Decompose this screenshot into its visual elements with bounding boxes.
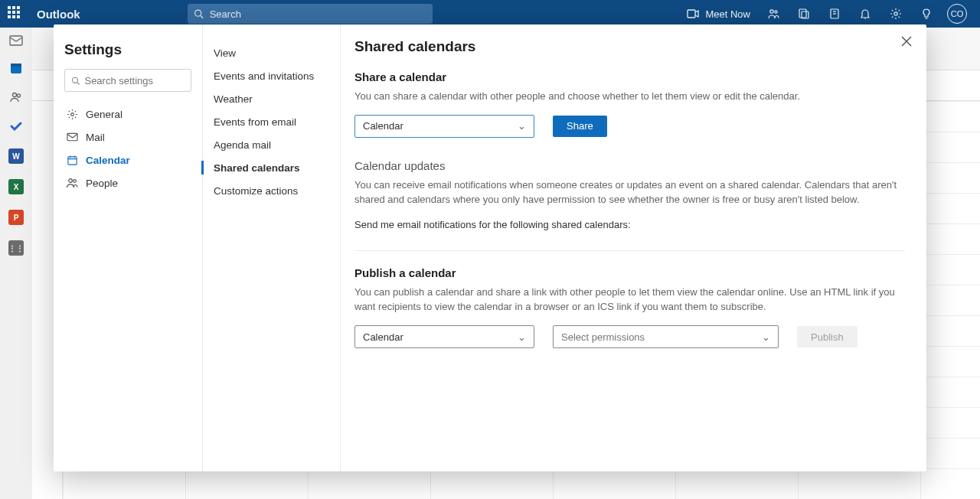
settings-categories: Settings General Mail Calendar People [54, 24, 203, 471]
notes-icon[interactable] [819, 0, 850, 28]
svg-rect-5 [799, 9, 806, 18]
svg-point-3 [770, 10, 773, 13]
page-title: Shared calendars [354, 38, 905, 55]
chevron-down-icon: ⌄ [518, 331, 526, 343]
mail-icon[interactable] [9, 35, 23, 46]
svg-point-11 [894, 12, 897, 15]
subsection-label: Weather [214, 93, 253, 105]
todo-rail-icon[interactable] [9, 119, 23, 133]
subsection-label: Shared calendars [214, 162, 300, 174]
subsection-label: Agenda mail [214, 139, 271, 151]
calendar-rail-icon[interactable] [9, 61, 23, 75]
teams-icon[interactable] [758, 0, 789, 28]
share-calendar-select[interactable]: Calendar ⌄ [354, 115, 534, 138]
updates-instruction: Send me email notifications for the foll… [354, 218, 905, 233]
publish-button[interactable]: Publish [797, 326, 858, 347]
svg-point-26 [69, 179, 73, 183]
bell-icon[interactable] [850, 0, 880, 28]
app-rail: W X P ⋮⋮ [0, 28, 32, 499]
meet-now-label: Meet Now [705, 8, 750, 20]
settings-gear-icon[interactable] [880, 0, 911, 28]
subsection-view[interactable]: View [212, 41, 331, 64]
updates-description: You can receive email notifications when… [354, 178, 905, 207]
chevron-down-icon: ⌄ [762, 331, 770, 343]
category-label: Calendar [86, 155, 130, 166]
category-people[interactable]: People [64, 171, 191, 194]
category-label: General [86, 109, 122, 120]
updates-heading: Calendar updates [354, 159, 905, 172]
svg-line-19 [77, 82, 80, 84]
video-icon [687, 9, 699, 18]
button-label: Share [567, 120, 593, 132]
category-general[interactable]: General [64, 103, 191, 126]
select-value: Calendar [363, 331, 403, 343]
category-label: Mail [86, 132, 105, 143]
subsection-shared-calendars[interactable]: Shared calendars [212, 156, 331, 179]
gear-icon [66, 108, 78, 120]
category-calendar[interactable]: Calendar [64, 148, 191, 171]
svg-rect-15 [11, 64, 21, 67]
people-rail-icon[interactable] [9, 90, 23, 104]
svg-point-20 [70, 113, 74, 116]
search-icon [194, 8, 204, 19]
files-icon[interactable] [789, 0, 819, 28]
section-divider [354, 250, 905, 251]
meet-now-button[interactable]: Meet Now [679, 8, 758, 20]
subsection-events-from-email[interactable]: Events from email [212, 110, 331, 133]
svg-rect-21 [67, 133, 77, 140]
global-search-input[interactable] [210, 8, 426, 20]
publish-heading: Publish a calendar [354, 266, 905, 279]
svg-point-0 [194, 10, 201, 16]
subsection-label: Events from email [214, 116, 296, 128]
subsection-label: Events and invitations [214, 70, 314, 82]
category-label: People [86, 178, 118, 189]
svg-rect-22 [67, 156, 76, 164]
lightbulb-icon[interactable] [911, 0, 942, 28]
subsection-customize-actions[interactable]: Customize actions [212, 179, 331, 202]
share-description: You can share a calendar with other peop… [354, 90, 905, 104]
avatar-initials: CO [951, 9, 964, 18]
svg-point-17 [18, 94, 21, 97]
close-icon [900, 35, 913, 47]
subsection-label: Customize actions [214, 185, 298, 197]
close-button[interactable] [900, 35, 913, 51]
app-brand: Outlook [37, 8, 80, 21]
button-label: Publish [811, 331, 844, 343]
envelope-icon [66, 131, 78, 143]
excel-icon[interactable]: X [8, 179, 24, 194]
publish-permissions-select[interactable]: Select permissions ⌄ [553, 325, 779, 348]
publish-calendar-select[interactable]: Calendar ⌄ [354, 325, 534, 348]
chevron-down-icon: ⌄ [518, 120, 526, 132]
app-header: Outlook Meet Now CO [0, 0, 980, 28]
word-icon[interactable]: W [8, 148, 24, 164]
publish-description: You can publish a calendar and share a l… [354, 285, 905, 315]
subsection-weather[interactable]: Weather [212, 87, 331, 110]
svg-line-1 [201, 15, 203, 18]
settings-modal: Settings General Mail Calendar People Vi… [54, 24, 926, 471]
svg-point-27 [74, 180, 77, 183]
share-button[interactable]: Share [553, 116, 607, 137]
share-heading: Share a calendar [354, 70, 905, 83]
app-launcher-icon[interactable] [8, 6, 23, 21]
global-search[interactable] [188, 4, 433, 24]
select-placeholder: Select permissions [561, 331, 645, 343]
category-mail[interactable]: Mail [64, 126, 191, 148]
settings-title: Settings [64, 41, 191, 58]
more-apps-icon[interactable]: ⋮⋮ [8, 240, 24, 256]
svg-point-4 [775, 11, 777, 13]
settings-content: Shared calendars Share a calendar You ca… [341, 24, 926, 471]
people-icon [66, 177, 78, 189]
svg-point-18 [72, 77, 77, 83]
settings-search-input[interactable] [84, 75, 185, 86]
subsection-events-invitations[interactable]: Events and invitations [212, 64, 331, 87]
calendar-icon [66, 154, 78, 166]
svg-point-16 [13, 93, 17, 97]
svg-rect-13 [10, 36, 22, 45]
account-avatar[interactable]: CO [942, 0, 972, 28]
svg-rect-2 [688, 10, 695, 18]
powerpoint-icon[interactable]: P [8, 210, 24, 225]
select-value: Calendar [363, 120, 403, 132]
subsection-agenda-mail[interactable]: Agenda mail [212, 133, 331, 156]
settings-search[interactable] [64, 69, 191, 92]
subsection-label: View [214, 47, 236, 59]
